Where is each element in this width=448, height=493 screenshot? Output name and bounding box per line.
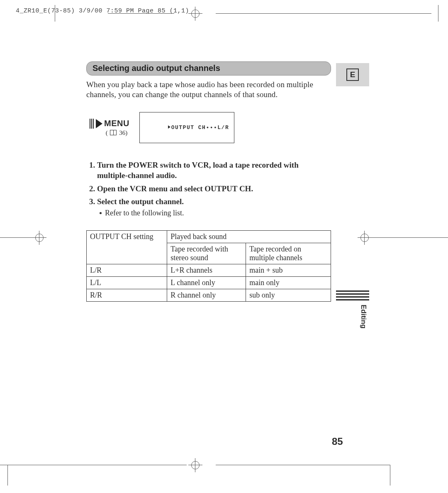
play-triangle-icon xyxy=(96,119,102,128)
step-item: Select the output channel. Refer to the … xyxy=(97,196,331,218)
crop-mark xyxy=(0,465,25,465)
crop-mark xyxy=(372,237,448,238)
step-item: Open the VCR menu and select OUTPUT CH. xyxy=(97,183,331,194)
tab-stripes-icon xyxy=(336,290,369,302)
section-heading: Selecting audio output channels xyxy=(86,61,331,76)
table-row: R/R R channel only sub only xyxy=(87,289,331,302)
table-header-setting: OUTPUT CH setting xyxy=(87,231,167,264)
table-row: L/L L channel only main only xyxy=(87,277,331,289)
registration-mark-icon xyxy=(32,231,46,245)
crop-mark xyxy=(55,5,55,22)
steps-list: Turn the POWER switch to VCR, load a tap… xyxy=(86,160,331,218)
crop-mark xyxy=(390,465,390,486)
crop-mark xyxy=(7,465,8,486)
page-content: Selecting audio output channels When you… xyxy=(86,61,331,302)
table-header-multi: Tape recorded on multiple channels xyxy=(246,243,331,264)
menu-icon-group: MENU ( 36) xyxy=(90,119,129,137)
lcd-triangle-icon xyxy=(168,125,170,129)
book-icon xyxy=(110,130,117,135)
lcd-text: OUTPUT CH•••L/R xyxy=(171,124,229,131)
crop-mark xyxy=(108,13,174,14)
table-header-played: Played back sound xyxy=(167,231,331,243)
menu-reference-block: MENU ( 36) OUTPUT CH•••L/R xyxy=(90,112,331,143)
menu-page-ref: ( 36) xyxy=(106,129,128,137)
menu-stripes-icon xyxy=(90,119,94,129)
intro-text: When you play back a tape whose audio ha… xyxy=(86,80,331,100)
crop-mark xyxy=(0,237,32,238)
step-subtext: Refer to the following list. xyxy=(100,208,331,218)
registration-mark-icon xyxy=(188,7,202,21)
registration-mark-icon xyxy=(188,458,202,472)
table-header-stereo: Tape recorded with stereo sound xyxy=(167,243,246,264)
crop-mark xyxy=(438,5,438,22)
section-tab: Editing xyxy=(336,290,369,329)
menu-label: MENU xyxy=(104,119,129,128)
language-badge: E xyxy=(336,63,369,86)
bullet-icon xyxy=(100,212,102,214)
step-item: Turn the POWER switch to VCR, load a tap… xyxy=(97,160,331,181)
output-channel-table: OUTPUT CH setting Played back sound Tape… xyxy=(86,230,331,302)
lcd-display: OUTPUT CH•••L/R xyxy=(139,112,234,143)
crop-mark xyxy=(216,465,390,465)
language-letter: E xyxy=(346,68,359,81)
crop-mark xyxy=(216,13,431,14)
table-row: L/R L+R channels main + sub xyxy=(87,264,331,277)
registration-mark-icon xyxy=(358,231,372,245)
tab-label: Editing xyxy=(359,305,368,329)
page-number: 85 xyxy=(332,436,343,447)
crop-mark xyxy=(25,465,187,465)
